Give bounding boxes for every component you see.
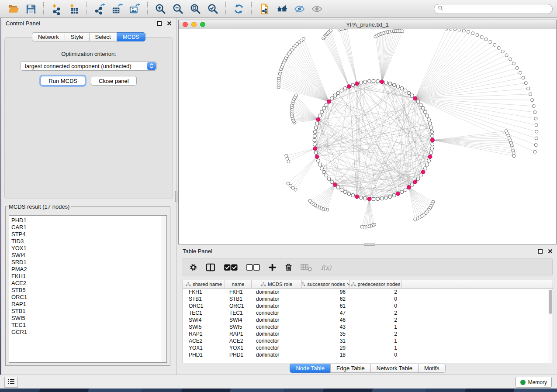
- table-cell: 61: [302, 303, 350, 309]
- home-button[interactable]: [274, 1, 289, 16]
- search-input[interactable]: [446, 6, 549, 12]
- table-cell: ORC1: [225, 303, 252, 309]
- zoom-in-button[interactable]: [153, 1, 168, 16]
- result-node-item[interactable]: CAR1: [11, 224, 166, 231]
- show-columns-panel-button[interactable]: [206, 261, 215, 274]
- column-label: shared name: [193, 282, 222, 287]
- mcds-result-title: MCDS result (17 nodes): [7, 203, 71, 210]
- tab-select[interactable]: Select: [89, 32, 117, 41]
- task-history-button[interactable]: [4, 377, 18, 388]
- birds-eye-view-button[interactable]: [309, 1, 324, 16]
- close-table-panel-icon[interactable]: [548, 249, 553, 254]
- document-network-button[interactable]: [257, 1, 272, 16]
- table-options-button[interactable]: [189, 261, 197, 274]
- table-cell: PHD1: [225, 352, 252, 358]
- table-row[interactable]: FKH1FKH1dominator962: [183, 289, 553, 296]
- export-table-button[interactable]: [110, 1, 125, 16]
- result-node-item[interactable]: SWI5: [11, 315, 166, 322]
- result-node-item[interactable]: RAP1: [11, 301, 166, 308]
- table-row[interactable]: SWI5SWI5connector431: [183, 323, 553, 330]
- result-node-item[interactable]: STB1: [11, 308, 166, 315]
- result-node-item[interactable]: ORC1: [11, 294, 166, 301]
- result-node-item[interactable]: SRD1: [11, 259, 166, 266]
- import-table-button[interactable]: [66, 1, 81, 16]
- result-node-item[interactable]: GCR1: [11, 329, 166, 336]
- close-panel-icon[interactable]: [167, 21, 172, 26]
- refresh-button[interactable]: [231, 1, 246, 16]
- select-all-columns-button[interactable]: [224, 261, 238, 274]
- save-session-button[interactable]: [23, 1, 38, 16]
- minimize-window-icon[interactable]: [191, 22, 197, 27]
- table-cell: RAP1: [183, 331, 225, 337]
- result-node-item[interactable]: ACE2: [11, 280, 166, 287]
- splitter-handle-vertical[interactable]: [175, 191, 178, 202]
- table-row[interactable]: YOX1YOX1connector291: [183, 344, 553, 351]
- toolbar-separator: [147, 2, 148, 15]
- table-row[interactable]: STB1STB1dominator620: [183, 296, 553, 303]
- table-cell: 1: [350, 345, 401, 351]
- column-header[interactable]: MCDS role: [252, 280, 302, 288]
- zoom-selected-button[interactable]: [205, 1, 220, 16]
- tab-node-table[interactable]: Node Table: [290, 364, 331, 373]
- open-file-button[interactable]: [6, 1, 21, 16]
- zoom-fit-button[interactable]: [188, 1, 203, 16]
- delete-columns-button[interactable]: [285, 261, 292, 274]
- table-row[interactable]: ACE2ACE2connector311: [183, 337, 553, 344]
- table-scrollbar-track[interactable]: [548, 289, 553, 363]
- result-node-item[interactable]: YOX1: [11, 245, 166, 252]
- result-node-item[interactable]: STB5: [11, 287, 166, 294]
- export-network-button[interactable]: [92, 1, 107, 16]
- table-row[interactable]: SWI4SWI4dominator462: [183, 316, 553, 323]
- export-image-button[interactable]: [127, 1, 142, 16]
- network-graph[interactable]: [179, 29, 556, 244]
- table-cell: 29: [302, 345, 350, 351]
- delete-table-icon: [301, 263, 312, 272]
- close-panel-button[interactable]: Close panel: [91, 76, 137, 86]
- network-view-window: YPA_prune.txt_1: [178, 20, 557, 244]
- table-cell: connector: [252, 310, 302, 316]
- table-row[interactable]: PHD1PHD1dominator180: [183, 351, 553, 358]
- table-row[interactable]: TEC1TEC1connector472: [183, 309, 553, 316]
- network-window-titlebar[interactable]: YPA_prune.txt_1: [179, 20, 556, 29]
- column-header[interactable]: name: [225, 280, 252, 288]
- toolbar-separator: [86, 2, 87, 15]
- maximize-window-icon[interactable]: [200, 22, 205, 27]
- memory-button[interactable]: Memory: [515, 377, 552, 388]
- result-node-item[interactable]: PHD1: [11, 217, 166, 224]
- export-table-icon: [111, 3, 123, 15]
- run-mcds-button[interactable]: Run MCDS: [41, 76, 85, 86]
- table-row[interactable]: ORC1ORC1dominator610: [183, 303, 553, 309]
- search-field[interactable]: [434, 4, 553, 14]
- criterion-dropdown[interactable]: largest connected component (undirected): [21, 61, 157, 71]
- table-cell: dominator: [252, 352, 302, 358]
- result-node-item[interactable]: SWI4: [11, 252, 166, 259]
- tab-network[interactable]: Network: [32, 32, 65, 41]
- create-column-button[interactable]: [268, 261, 277, 274]
- tab-style[interactable]: Style: [65, 32, 90, 41]
- graphics-details-button[interactable]: [292, 1, 307, 16]
- table-row[interactable]: RAP1RAP1dominator352: [183, 330, 553, 337]
- column-header[interactable]: predecessor nodes: [350, 280, 401, 288]
- import-network-button[interactable]: [49, 1, 64, 16]
- mcds-list-scrollbar[interactable]: [162, 216, 166, 362]
- tab-edge-table[interactable]: Edge Table: [330, 364, 371, 373]
- zoom-out-button[interactable]: [170, 1, 185, 16]
- table-scrollbar-thumb[interactable]: [549, 290, 552, 314]
- result-node-item[interactable]: STP4: [11, 231, 166, 238]
- toolbar-separator: [225, 2, 226, 15]
- column-header[interactable]: successor nodes: [302, 280, 350, 288]
- close-window-icon[interactable]: [183, 22, 188, 27]
- tab-mcds[interactable]: MCDS: [117, 32, 145, 41]
- result-node-item[interactable]: TID3: [11, 238, 166, 245]
- column-header[interactable]: shared name: [183, 280, 225, 288]
- result-node-item[interactable]: TEC1: [11, 322, 166, 329]
- tab-motifs[interactable]: Motifs: [418, 364, 446, 373]
- birds-eye-view-icon: [311, 3, 323, 15]
- unselect-all-columns-button[interactable]: [246, 261, 260, 274]
- float-panel-icon[interactable]: [157, 21, 162, 26]
- result-node-item[interactable]: PMA2: [11, 266, 166, 273]
- tab-network-table[interactable]: Network Table: [370, 364, 419, 373]
- splitter-handle-horizontal[interactable]: [364, 243, 375, 246]
- float-table-panel-icon[interactable]: [538, 249, 543, 254]
- result-node-item[interactable]: FKH1: [11, 273, 166, 280]
